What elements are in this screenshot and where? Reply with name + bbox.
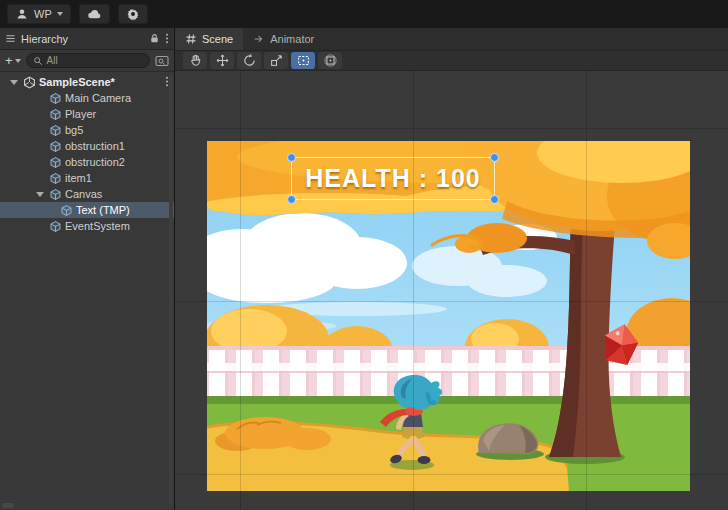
main-toolbar: WP: [0, 0, 728, 28]
foldout-spacer: [34, 170, 46, 186]
hierarchy-item-obstruction2[interactable]: obstruction2: [0, 154, 174, 170]
horizontal-scrollbar[interactable]: [2, 503, 14, 508]
kebab-menu-icon[interactable]: [165, 33, 169, 44]
hierarchy-item-label: Text (TMP): [76, 202, 130, 218]
gear-icon: [126, 7, 140, 21]
gameobject-cube-icon: [49, 140, 62, 153]
list-icon: [5, 33, 16, 44]
hierarchy-item-label: Player: [65, 106, 96, 122]
grid-icon: [185, 33, 197, 45]
foldout-spacer: [34, 218, 46, 234]
hierarchy-item-label: bg5: [65, 122, 83, 138]
move-icon: [215, 53, 230, 68]
search-value: All: [47, 55, 58, 66]
account-label: WP: [34, 8, 52, 20]
rect-tool-icon: [296, 53, 311, 68]
hierarchy-item-label: SampleScene*: [39, 74, 115, 90]
hand-tool-button[interactable]: [183, 52, 207, 69]
scene-viewport[interactable]: HEALTH : 100: [175, 71, 728, 510]
grid-line: [175, 128, 728, 129]
hierarchy-item-main-camera[interactable]: Main Camera: [0, 90, 174, 106]
tab-label: Scene: [202, 33, 233, 45]
gizmo-handle[interactable]: [490, 195, 499, 204]
hierarchy-search-input[interactable]: All: [26, 53, 150, 68]
hierarchy-item-item1[interactable]: item1: [0, 170, 174, 186]
foldout-spacer: [34, 122, 46, 138]
hand-icon: [188, 53, 203, 68]
scale-tool-button[interactable]: [264, 52, 288, 69]
cloud-icon: [87, 7, 102, 22]
scene-tools: [175, 51, 728, 71]
grid-line: [240, 71, 241, 510]
hierarchy-item-canvas[interactable]: Canvas: [0, 186, 174, 202]
rotate-icon: [242, 53, 257, 68]
hierarchy-tree: SampleScene* Main Camera Player bg5: [0, 72, 174, 510]
settings-button[interactable]: [118, 4, 148, 24]
tab-label: Animator: [270, 33, 314, 45]
chevron-down-icon: [57, 12, 63, 16]
hierarchy-item-bg5[interactable]: bg5: [0, 122, 174, 138]
tab-animator[interactable]: Animator: [243, 28, 324, 50]
transform-icon: [323, 53, 338, 68]
search-icon: [33, 56, 43, 66]
hierarchy-item-label: item1: [65, 170, 92, 186]
gameobject-cube-icon: [49, 92, 62, 105]
hierarchy-item-label: EventSystem: [65, 218, 130, 234]
hierarchy-item-eventsystem[interactable]: EventSystem: [0, 218, 174, 234]
gameobject-cube-icon: [49, 156, 62, 169]
unity-scene-icon: [23, 76, 36, 89]
grid-line: [586, 71, 587, 510]
foldout-spacer: [34, 154, 46, 170]
game-canvas: HEALTH : 100: [207, 141, 690, 491]
chevron-down-icon: [15, 59, 21, 63]
foldout-spacer: [34, 106, 46, 122]
hierarchy-item-obstruction1[interactable]: obstruction1: [0, 138, 174, 154]
hierarchy-title: Hierarchy: [21, 33, 68, 45]
scene-tabbar: Scene Animator: [175, 28, 728, 51]
hierarchy-item-label: Main Camera: [65, 90, 131, 106]
gameobject-cube-icon: [60, 204, 73, 217]
transform-tool-button[interactable]: [318, 52, 342, 69]
cloud-services-button[interactable]: [79, 4, 110, 24]
lock-icon[interactable]: [149, 33, 160, 44]
add-object-button[interactable]: +: [5, 54, 21, 67]
rect-tool-button[interactable]: [291, 52, 315, 69]
gameobject-cube-icon: [49, 124, 62, 137]
gizmo-handle[interactable]: [490, 153, 499, 162]
hierarchy-item-label: obstruction1: [65, 138, 125, 154]
account-button[interactable]: WP: [7, 4, 71, 24]
hierarchy-item-text-tmp[interactable]: Text (TMP): [0, 202, 174, 218]
hierarchy-toolbar: + All: [0, 50, 174, 72]
hierarchy-panel: Hierarchy + All S: [0, 28, 175, 510]
move-tool-button[interactable]: [210, 52, 234, 69]
rect-selection-gizmo[interactable]: [291, 157, 495, 200]
user-icon: [15, 7, 29, 21]
foldout-arrow-icon[interactable]: [8, 74, 20, 90]
gameobject-cube-icon: [49, 188, 62, 201]
gizmo-handle[interactable]: [287, 153, 296, 162]
foldout-spacer: [34, 90, 46, 106]
plus-label: +: [5, 54, 13, 67]
gameobject-cube-icon: [49, 220, 62, 233]
grid-line: [175, 301, 728, 302]
foldout-arrow-icon[interactable]: [34, 186, 46, 202]
hierarchy-item-label: Canvas: [65, 186, 102, 202]
rotate-tool-button[interactable]: [237, 52, 261, 69]
grid-line: [175, 474, 728, 475]
gameobject-cube-icon: [49, 172, 62, 185]
gizmo-handle[interactable]: [287, 195, 296, 204]
hierarchy-item-samplescene[interactable]: SampleScene*: [0, 74, 174, 90]
grid-line: [413, 71, 414, 510]
animator-icon: [253, 33, 265, 45]
unity-editor-window: WP Hierarchy +: [0, 0, 728, 510]
scene-panel: Scene Animator: [175, 28, 728, 510]
search-filter-icon[interactable]: [155, 55, 169, 67]
vertical-scrollbar[interactable]: [169, 74, 173, 507]
hierarchy-item-label: obstruction2: [65, 154, 125, 170]
scale-icon: [269, 53, 284, 68]
hierarchy-item-player[interactable]: Player: [0, 106, 174, 122]
hierarchy-tab[interactable]: Hierarchy: [0, 28, 174, 50]
tab-scene[interactable]: Scene: [175, 28, 243, 50]
foldout-spacer: [34, 138, 46, 154]
gameobject-cube-icon: [49, 108, 62, 121]
